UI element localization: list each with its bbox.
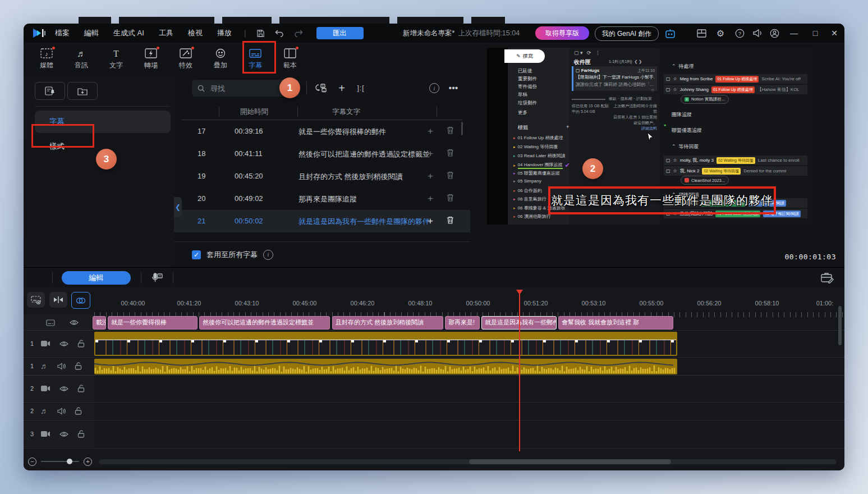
timeline-vertical-scrollbar[interactable] (838, 306, 842, 345)
info-icon[interactable]: i (428, 80, 441, 97)
gmail-nav-item: 更多 (518, 109, 527, 116)
unlock-icon[interactable] (77, 340, 85, 347)
link-clips-icon[interactable] (71, 292, 90, 309)
visibility-eye-icon[interactable] (59, 431, 68, 437)
subtitle-clip[interactable]: 那再來是! (445, 316, 480, 330)
subtitle-row-21-selected[interactable]: 21 00:50:02 就是這是因為我有一些郵件是團隊的夥伴 + (174, 210, 470, 232)
import-subtitle-button[interactable] (67, 82, 98, 100)
apply-all-row: ✓ 套用至所有字幕 i (174, 241, 470, 267)
speaker-icon[interactable] (57, 408, 66, 415)
subtitle-clip[interactable]: 載沒: (93, 316, 106, 330)
zoom-in-button[interactable]: + (84, 458, 92, 466)
subtitle-clip[interactable]: 且封存的方式 然後放到稍後閱讀 (332, 316, 443, 330)
account-icon[interactable] (769, 28, 780, 39)
playhead[interactable] (519, 290, 520, 451)
unlock-icon[interactable] (77, 430, 85, 438)
delete-row-icon[interactable] (447, 216, 454, 224)
time-ruler[interactable]: 00:40:00 00:41:20 00:43:10 00:45:00 00:4… (94, 292, 844, 314)
subtitle-row-18[interactable]: 18 00:41:11 然後你可以把這邊的郵件透過設定標籤並 + (174, 143, 470, 165)
batch-edit-toolbox-icon[interactable] (821, 272, 834, 283)
close-button[interactable]: ✕ (826, 24, 843, 43)
layout-icon[interactable] (696, 28, 707, 39)
visibility-eye-icon[interactable] (59, 386, 68, 392)
add-subtitle-icon[interactable]: + (334, 80, 349, 97)
tab-effects[interactable]: 特效 (168, 48, 203, 70)
timeline-horizontal-scrollbar[interactable] (99, 459, 837, 464)
zoom-slider[interactable] (41, 461, 79, 462)
settings-gear-icon[interactable]: ⚙ (715, 28, 726, 39)
video-clip[interactable] (94, 332, 677, 356)
gmail-labels-header: 標籤+ (518, 124, 528, 131)
undo-icon[interactable] (275, 29, 284, 37)
video-track-3-header[interactable]: 3 (24, 420, 94, 447)
manage-tracks-icon[interactable] (27, 292, 45, 308)
more-options-icon[interactable]: ••• (446, 80, 461, 97)
video-track-1-header[interactable]: 1 (24, 331, 94, 356)
redo-icon[interactable] (294, 29, 303, 37)
menu-play[interactable]: 播放 (217, 28, 232, 38)
section-todo: ⌃ 待處理 (672, 63, 694, 70)
menu-edit[interactable]: 編輯 (84, 28, 99, 38)
translate-convert-icon[interactable]: bc (313, 80, 329, 97)
speech-to-text-button[interactable] (35, 82, 65, 100)
tab-text[interactable]: T 文字 (99, 48, 134, 70)
get-premium-button[interactable]: 取得尊享版 (535, 26, 589, 40)
subtitle-clip[interactable]: 會幫我收 我就會放到這裡 那 (558, 316, 673, 330)
audio-clip[interactable] (94, 359, 677, 374)
help-icon[interactable]: ? (734, 28, 745, 39)
announcement-icon[interactable] (752, 28, 763, 39)
gmail-nav-item: 寄件備份 (518, 84, 537, 90)
apply-all-checkbox[interactable]: ✓ (192, 250, 201, 259)
timecode: 00:00:01:03 (784, 253, 836, 261)
ai-robot-icon[interactable] (664, 28, 676, 39)
menu-genai[interactable]: 生成式 AI (113, 28, 144, 38)
unlock-icon[interactable] (77, 385, 85, 392)
subtitle-row-19[interactable]: 19 00:45:20 且封存的方式 然後放到稍後閱讀 + (174, 165, 470, 187)
tab-transition[interactable]: 轉場 (134, 48, 168, 70)
subtitle-overlay-text: 就是這是因為我有一些郵件是團隊的夥伴 (551, 193, 773, 208)
audio-track-1-header[interactable]: 1 ♬ (24, 358, 94, 374)
maximize-button[interactable]: □ (807, 24, 824, 43)
speaker-icon[interactable] (57, 363, 66, 370)
info-icon[interactable]: i (263, 250, 273, 260)
tab-overlay[interactable]: 疊加 (203, 48, 238, 70)
add-row-icon[interactable]: + (428, 171, 433, 182)
menu-view[interactable]: 檢視 (188, 28, 203, 38)
minimize-button[interactable]: — (786, 24, 802, 43)
delete-row-icon[interactable] (447, 194, 454, 202)
audio-track-2-header[interactable]: 2 ♬ (24, 402, 94, 419)
subtitle-row-17[interactable]: 17 00:39:16 就是一些你覺得很棒的郵件 + (174, 120, 470, 143)
add-row-icon[interactable]: + (428, 216, 433, 227)
voice-to-text-icon[interactable]: T (150, 272, 163, 283)
tab-templates[interactable]: 範本 (273, 48, 307, 70)
delete-row-icon[interactable] (447, 149, 454, 157)
collapse-panel-handle[interactable]: ❮ (174, 197, 182, 217)
merge-split-icon[interactable]: ]:[ (352, 80, 369, 97)
subtitle-clip[interactable]: 就是一些你覺得很棒 (108, 316, 198, 330)
save-icon[interactable] (256, 29, 265, 38)
subtitle-track-header[interactable] (24, 315, 94, 330)
unlock-icon[interactable] (75, 362, 82, 370)
edit-tab-button[interactable]: 編輯 (62, 271, 131, 285)
zoom-out-button[interactable]: − (28, 458, 36, 466)
zoom-slider-thumb[interactable] (67, 459, 72, 464)
add-row-icon[interactable]: + (428, 193, 433, 204)
export-button[interactable]: 匯出 (316, 27, 364, 39)
add-row-icon[interactable]: + (428, 126, 433, 137)
trim-icon[interactable] (49, 292, 67, 308)
delete-row-icon[interactable] (447, 171, 454, 179)
subtitle-clip[interactable]: 然後你可以把這邊的郵件透過設定標籤並 (199, 316, 330, 330)
visibility-eye-icon[interactable] (59, 341, 68, 347)
menu-tools[interactable]: 工具 (159, 28, 173, 38)
tab-media[interactable]: ♪ 媒體 (29, 48, 64, 70)
visibility-eye-icon[interactable] (70, 319, 79, 326)
delete-row-icon[interactable] (447, 126, 454, 134)
add-row-icon[interactable]: + (428, 148, 433, 159)
subtitle-row-20[interactable]: 20 00:49:02 那再來是團隊追蹤 + (174, 187, 470, 210)
my-genai-button[interactable]: 我的 GenAI 創作 (595, 26, 659, 41)
tab-audio[interactable]: ♬ 音訊 (64, 48, 99, 70)
unlock-icon[interactable] (75, 407, 82, 415)
scrollbar-thumb[interactable] (469, 459, 671, 464)
menu-file[interactable]: 檔案 (55, 28, 70, 38)
video-track-2-header[interactable]: 2 (24, 376, 94, 401)
